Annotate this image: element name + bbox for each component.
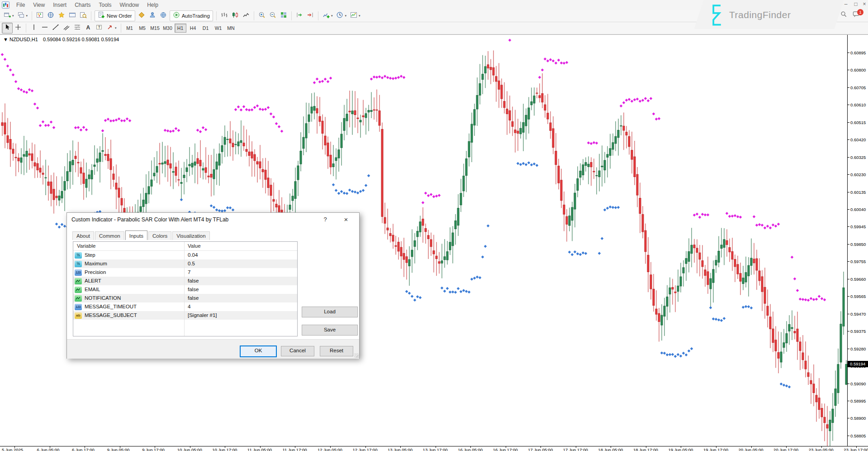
- input-row-step: ½Step0.04: [73, 251, 297, 259]
- search-icon[interactable]: [840, 11, 847, 18]
- tab-visualization[interactable]: Visualization: [172, 231, 209, 240]
- vline-icon: [30, 24, 38, 33]
- navigator-button[interactable]: [56, 10, 67, 21]
- time-tick-label: 12 Jun 17:00: [353, 447, 378, 451]
- globe-icon: [160, 11, 167, 20]
- value-cell[interactable]: [Signaler #1]: [184, 311, 297, 320]
- profiles-button[interactable]: ▾: [16, 10, 30, 21]
- market-watch-button[interactable]: [34, 10, 45, 21]
- new-order-button[interactable]: New Order: [95, 10, 135, 21]
- brand-watermark-text: TradingFinder: [729, 10, 791, 20]
- dialog-close-icon[interactable]: ×: [340, 215, 352, 224]
- resize-grip[interactable]: [354, 353, 359, 358]
- vertical-line-button[interactable]: [28, 23, 39, 34]
- cursor-button[interactable]: [2, 23, 13, 34]
- timeframe-mn-button[interactable]: MN: [225, 24, 237, 33]
- half-type-icon: ½: [75, 252, 82, 259]
- variable-name: Step: [85, 251, 95, 259]
- time-tick-label: 20 Jun 17:00: [773, 447, 798, 451]
- price-tick: [848, 209, 849, 210]
- value-cell[interactable]: 7: [184, 268, 297, 277]
- news-button[interactable]: [158, 10, 169, 21]
- notification-badge[interactable]: 1: [857, 9, 863, 15]
- zoom-out-button[interactable]: [267, 10, 278, 21]
- value-cell[interactable]: false: [184, 277, 297, 285]
- dialog-help-button[interactable]: ?: [319, 215, 331, 224]
- save-button[interactable]: Save: [302, 325, 358, 336]
- menu-window[interactable]: Window: [116, 1, 143, 9]
- minimize-button[interactable]: –: [842, 1, 849, 7]
- data-window-button[interactable]: [45, 10, 56, 21]
- fibo-icon: [74, 24, 81, 33]
- price-axis[interactable]: 0.608950.608000.607050.606100.605150.604…: [847, 35, 868, 446]
- ok-button[interactable]: OK: [240, 345, 277, 357]
- text-button[interactable]: A: [83, 23, 94, 34]
- price-tick-label: 0.58995: [850, 398, 866, 403]
- arrows-button[interactable]: ▾: [104, 23, 119, 34]
- value-cell[interactable]: 0.5: [184, 259, 297, 268]
- variable-cell: ½Maximum: [73, 259, 184, 268]
- chart-shift-button[interactable]: [305, 10, 316, 21]
- channel-button[interactable]: [61, 23, 72, 34]
- reset-button[interactable]: Reset: [320, 346, 353, 356]
- timeframe-m5-button[interactable]: M5: [137, 24, 148, 33]
- experts-button[interactable]: [147, 10, 158, 21]
- toolbar-separator: [318, 11, 318, 20]
- time-axis[interactable]: 5 Jun 20256 Jun 05:006 Jun 17:009 Jun 05…: [0, 446, 868, 451]
- price-tick-label: 0.60040: [850, 207, 866, 212]
- timeframe-m1-button[interactable]: M1: [124, 24, 136, 33]
- value-cell[interactable]: 4: [184, 302, 297, 311]
- menu-file[interactable]: File: [12, 1, 29, 9]
- timeframe-h4-button[interactable]: H4: [187, 24, 199, 33]
- zoom-in-button[interactable]: [256, 10, 267, 21]
- metaeditor-button[interactable]: [136, 10, 147, 21]
- chevron-down-icon: ▾: [26, 14, 28, 18]
- fibonacci-button[interactable]: [72, 23, 83, 34]
- new-chart-button[interactable]: ▾: [2, 10, 16, 21]
- restore-button[interactable]: □: [852, 1, 859, 7]
- price-tick-label: 0.59660: [850, 277, 866, 282]
- timeframe-m15-button[interactable]: M15: [149, 24, 161, 33]
- indicators-button[interactable]: ▾: [321, 10, 335, 21]
- strategy-tester-button[interactable]: [78, 10, 89, 21]
- candle-chart-button[interactable]: [230, 10, 241, 21]
- time-tick-label: 10 Jun 05:00: [177, 447, 202, 451]
- num-type-icon: 123: [75, 269, 82, 276]
- tile-windows-button[interactable]: [278, 10, 289, 21]
- time-tick-label: 12 Jun 05:00: [318, 447, 342, 451]
- price-tick-label: 0.60135: [850, 190, 866, 195]
- autotrading-button[interactable]: AutoTrading: [170, 10, 213, 21]
- menu-view[interactable]: View: [29, 1, 49, 9]
- tab-about[interactable]: About: [72, 231, 94, 240]
- input-row-email: EMAILfalse: [73, 285, 297, 294]
- bar-chart-button[interactable]: [219, 10, 230, 21]
- terminal-button[interactable]: [67, 10, 78, 21]
- timeframe-m30-button[interactable]: M30: [162, 24, 174, 33]
- trendline-button[interactable]: [50, 23, 61, 34]
- timeframe-d1-button[interactable]: D1: [200, 24, 212, 33]
- templates-button[interactable]: ▾: [348, 10, 362, 21]
- periods-button[interactable]: ▾: [334, 10, 348, 21]
- price-tick: [848, 261, 849, 262]
- tab-common[interactable]: Common: [95, 231, 124, 240]
- crosshair-button[interactable]: [13, 23, 24, 34]
- menu-help[interactable]: Help: [143, 1, 162, 9]
- label-button[interactable]: T: [94, 23, 104, 34]
- timeframe-w1-button[interactable]: W1: [213, 24, 224, 33]
- line-chart-button[interactable]: [241, 10, 251, 21]
- tab-inputs[interactable]: Inputs: [125, 230, 147, 240]
- timeframe-h1-button[interactable]: H1: [175, 24, 186, 33]
- horizontal-line-button[interactable]: [39, 23, 50, 34]
- menu-charts[interactable]: Charts: [71, 1, 95, 9]
- value-cell[interactable]: false: [184, 285, 297, 294]
- value-cell[interactable]: 0.04: [184, 251, 297, 259]
- menu-tools[interactable]: Tools: [95, 1, 116, 9]
- load-button[interactable]: Load: [302, 307, 358, 317]
- candles-icon: [232, 11, 239, 20]
- tab-colors[interactable]: Colors: [148, 231, 171, 240]
- menu-insert[interactable]: Insert: [49, 1, 71, 9]
- auto-scroll-button[interactable]: [294, 10, 305, 21]
- value-cell[interactable]: false: [184, 294, 297, 302]
- cancel-button[interactable]: Cancel: [281, 346, 314, 356]
- close-button[interactable]: ×: [861, 1, 868, 7]
